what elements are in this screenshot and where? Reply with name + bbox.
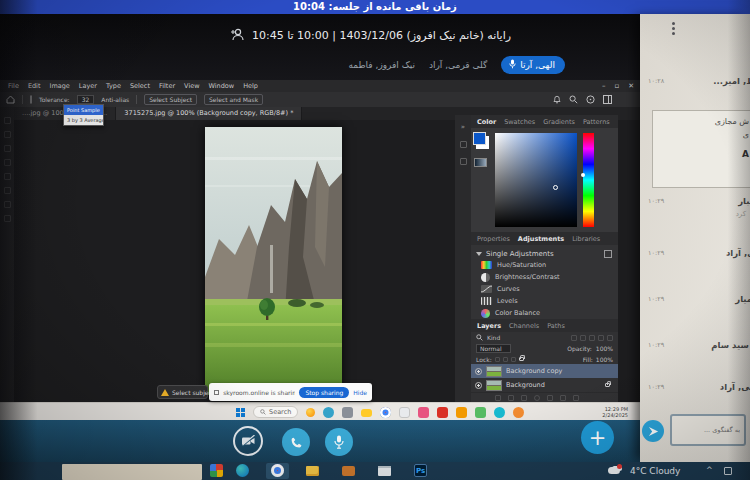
menu-edit[interactable]: Edit	[28, 82, 41, 90]
tray-app-icon[interactable]	[724, 467, 732, 475]
layer-visibility-icon[interactable]	[475, 382, 482, 389]
opacity-value[interactable]: 100%	[596, 345, 613, 352]
send-message-button[interactable]	[642, 420, 664, 442]
home-icon[interactable]	[6, 95, 15, 105]
menu-file[interactable]: File	[8, 82, 19, 90]
link-layers-icon[interactable]	[495, 395, 501, 401]
folder-icon[interactable]	[306, 466, 319, 476]
app-icon[interactable]	[323, 407, 334, 418]
lock-transparent-icon[interactable]	[495, 357, 500, 362]
taskbar-app-icon[interactable]	[210, 464, 223, 477]
mail-icon[interactable]	[378, 466, 391, 476]
tray-chevron-icon[interactable]: ^	[706, 466, 713, 475]
dropdown-option[interactable]: 3 by 3 Average	[64, 115, 103, 125]
adjustment-hue-saturation[interactable]: Hue/Saturation	[471, 259, 618, 271]
app-icon[interactable]	[342, 407, 353, 418]
weather-widget-icon[interactable]	[306, 408, 315, 417]
document-tab-active[interactable]: 3715275.jpg @ 100% (Background copy, RGB…	[116, 107, 302, 120]
weather-label[interactable]: 4°C Cloudy	[630, 466, 680, 476]
crop-tool-icon[interactable]	[4, 173, 11, 180]
app-icon[interactable]	[494, 407, 505, 418]
wand-tool-icon[interactable]	[4, 159, 11, 166]
gradient-chip-icon[interactable]	[474, 158, 487, 167]
adjustment-curves[interactable]: Curves	[471, 283, 618, 295]
adjustment-color-balance[interactable]: Color Balance	[471, 307, 618, 319]
color-field[interactable]	[495, 133, 577, 227]
filter-adjustment-icon[interactable]	[580, 335, 586, 341]
blend-mode-select[interactable]: Normal	[476, 344, 511, 353]
filter-pixel-icon[interactable]	[571, 335, 577, 341]
menu-window[interactable]: Window	[209, 82, 235, 90]
workspace-icon[interactable]	[603, 95, 612, 105]
move-tool-icon[interactable]	[4, 117, 11, 124]
close-button[interactable]: ✕	[628, 82, 634, 90]
tab-gradients[interactable]: Gradients	[543, 118, 575, 126]
menu-select[interactable]: Select	[130, 82, 150, 90]
single-adjustments-header[interactable]: Single Adjustments	[486, 250, 554, 258]
grid-view-icon[interactable]	[604, 250, 612, 258]
chrome-icon[interactable]	[271, 464, 284, 477]
tab-participant[interactable]: نیک افروز, فاطمه	[348, 60, 415, 70]
adjustment-brightness-contrast[interactable]: Brightness/Contrast	[471, 271, 618, 283]
layer-mask-icon[interactable]	[521, 395, 527, 401]
layer-thumbnail[interactable]	[486, 380, 502, 391]
tab-participant-active[interactable]: الهی, آرتا	[501, 56, 565, 74]
foreground-color-chip[interactable]	[473, 132, 486, 145]
select-and-mask-button[interactable]: Select and Mask	[204, 94, 263, 105]
briefcase-icon[interactable]	[342, 466, 355, 476]
tab-paths[interactable]: Paths	[547, 322, 565, 330]
menu-help[interactable]: Help	[243, 82, 258, 90]
lock-pixels-icon[interactable]	[503, 357, 508, 362]
hue-slider[interactable]	[583, 133, 594, 227]
edge-icon[interactable]	[236, 464, 249, 477]
tab-swatches[interactable]: Swatches	[504, 118, 535, 126]
kebab-menu-icon[interactable]	[672, 22, 675, 35]
app-icon[interactable]	[456, 407, 467, 418]
chat-message-input[interactable]	[670, 414, 746, 446]
layer-thumbnail[interactable]	[486, 366, 502, 377]
chevron-down-icon[interactable]	[476, 252, 482, 256]
tab-channels[interactable]: Channels	[509, 322, 539, 330]
app-icon[interactable]	[513, 407, 524, 418]
layer-filter-kind[interactable]: Kind	[487, 334, 500, 341]
chrome-icon[interactable]	[380, 407, 391, 418]
menu-filter[interactable]: Filter	[159, 82, 175, 90]
brush-tool-icon[interactable]	[4, 187, 11, 194]
select-subject-button[interactable]: Select Subject	[144, 94, 197, 105]
app-icon[interactable]	[399, 407, 410, 418]
tab-color[interactable]: Color	[477, 118, 496, 126]
dropdown-option-selected[interactable]: Point Sample	[64, 105, 103, 115]
hue-slider-handle[interactable]	[581, 173, 585, 177]
end-call-button[interactable]	[282, 428, 310, 456]
tab-layers[interactable]: Layers	[477, 322, 501, 330]
taskbar-search-box[interactable]: Search	[253, 406, 298, 418]
new-layer-icon[interactable]	[560, 395, 566, 401]
filter-smart-icon[interactable]	[607, 335, 613, 341]
menu-layer[interactable]: Layer	[79, 82, 97, 90]
lock-all-icon[interactable]	[519, 357, 524, 361]
app-icon[interactable]	[418, 407, 429, 418]
adjustment-levels[interactable]: Levels	[471, 295, 618, 307]
tab-participant[interactable]: گلی قرمی, آراد	[429, 60, 487, 70]
photoshop-icon[interactable]: Ps	[414, 464, 427, 477]
menu-view[interactable]: View	[184, 82, 199, 90]
add-participant-icon[interactable]	[229, 26, 244, 45]
microphone-button[interactable]	[325, 428, 353, 456]
anti-alias-checkbox[interactable]: Anti-alias	[101, 96, 129, 103]
canvas-image-landscape[interactable]	[205, 127, 342, 395]
stop-sharing-button[interactable]: Stop sharing	[299, 387, 349, 398]
start-button-icon[interactable]	[236, 408, 245, 417]
contextual-task-bar[interactable]: Select subject	[157, 385, 208, 399]
minimize-button[interactable]: –	[602, 82, 606, 90]
filter-shape-icon[interactable]	[598, 335, 604, 341]
camera-off-button[interactable]	[233, 426, 263, 456]
text-tool-icon[interactable]	[4, 215, 11, 222]
layer-visibility-icon[interactable]	[475, 368, 482, 375]
collapse-panels-icon[interactable]: »	[461, 123, 465, 131]
tab-properties[interactable]: Properties	[477, 235, 510, 243]
filter-type-icon[interactable]	[589, 335, 595, 341]
adjustment-layer-icon[interactable]	[534, 395, 540, 401]
app-icon[interactable]	[475, 407, 486, 418]
folder-icon[interactable]	[361, 409, 372, 417]
menu-image[interactable]: Image	[49, 82, 69, 90]
